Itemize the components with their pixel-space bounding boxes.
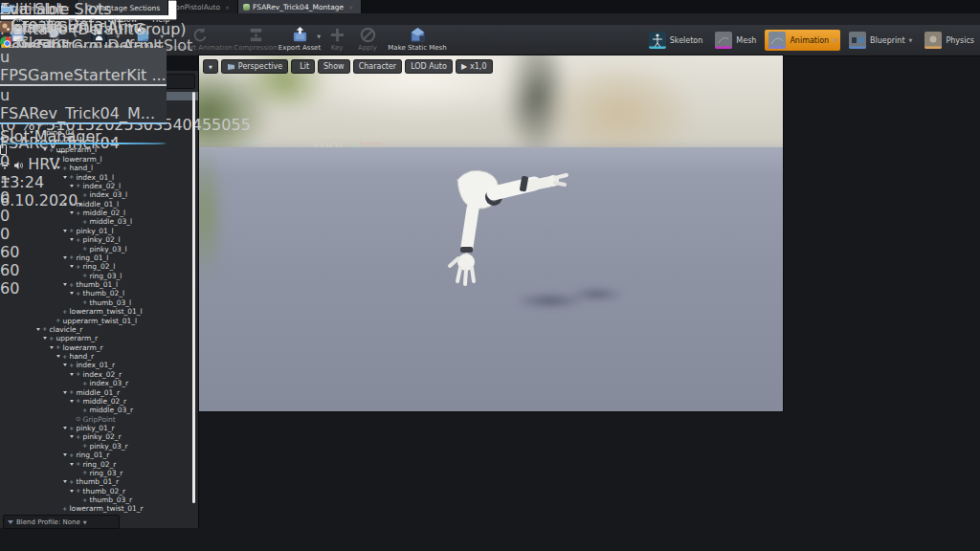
editor-mode-switcher: SkeletonMeshAnimation▼Blueprint▼Physics bbox=[645, 25, 978, 55]
bone-label: upperarm_r bbox=[56, 334, 98, 342]
bone-icon: + bbox=[62, 505, 67, 513]
taskbar-clock[interactable]: 13:24 6.10.2020. bbox=[0, 173, 167, 209]
expander-icon[interactable] bbox=[70, 435, 74, 438]
expander-icon[interactable] bbox=[63, 453, 67, 456]
bone-label: thumb_03_r bbox=[89, 496, 132, 504]
mode-button-animation[interactable]: Animation▼ bbox=[765, 30, 840, 51]
tree-row-middle-01-r[interactable]: +middle_01_r bbox=[0, 387, 198, 396]
tree-scrollbar[interactable] bbox=[192, 92, 195, 503]
preview-viewport[interactable]: root z x y ▼ Perspective Lit Show Charac… bbox=[199, 55, 783, 411]
unreal-logo-icon: u bbox=[0, 48, 167, 66]
tree-row-thumb-03-l[interactable]: +thumb_03_l bbox=[0, 298, 198, 307]
total-length-field[interactable]: 60 bbox=[0, 279, 251, 298]
tree-row-clavicle-r[interactable]: +clavicle_r bbox=[0, 325, 198, 334]
mode-button-skeleton[interactable]: Skeleton bbox=[645, 30, 707, 51]
tree-row-thumb-01-r[interactable]: +thumb_01_r bbox=[0, 477, 198, 486]
toolbar-button-apply[interactable]: Apply bbox=[352, 25, 383, 55]
tree-row-upperarm-r[interactable]: +upperarm_r bbox=[0, 334, 198, 342]
system-tray: ▲ HRV 13:24 6.10.2020. bbox=[0, 124, 167, 209]
expander-icon[interactable] bbox=[63, 427, 67, 430]
toolbar-button-make-static-mesh[interactable]: Make Static Mesh bbox=[383, 25, 452, 55]
expander-icon[interactable] bbox=[36, 328, 40, 331]
tree-row-ring-02-r[interactable]: +ring_02_r bbox=[0, 459, 198, 468]
expander-icon[interactable] bbox=[43, 337, 47, 340]
bone-label: index_03_r bbox=[89, 379, 128, 387]
bone-label: pinky_03_r bbox=[89, 442, 127, 451]
expander-icon[interactable] bbox=[70, 373, 74, 376]
taskbar-app-label: FSARev_Trick04_M... bbox=[0, 104, 155, 122]
tree-row-pinky-02-r[interactable]: +pinky_02_r bbox=[0, 432, 198, 441]
file-explorer-button[interactable] bbox=[0, 0, 167, 18]
volume-tray-icon[interactable] bbox=[14, 162, 23, 169]
toolbar-button-export-asset[interactable]: ▼Export Asset bbox=[278, 25, 322, 55]
expander-icon[interactable] bbox=[70, 400, 74, 403]
socket-icon: ⊙ bbox=[76, 415, 80, 423]
mode-button-physics[interactable]: Physics bbox=[921, 30, 978, 51]
blend-profile-icon bbox=[8, 520, 13, 524]
playback-end-field[interactable]: 60 bbox=[0, 261, 251, 279]
physics-mode-icon bbox=[924, 32, 942, 49]
lit-mode-button[interactable]: Lit bbox=[291, 59, 315, 74]
character-label: Character bbox=[359, 62, 397, 71]
tree-row-lowerarm-r[interactable]: +lowerarm_r bbox=[0, 343, 198, 352]
tree-row-index-02-r[interactable]: +index_02_r bbox=[0, 370, 198, 379]
steam-tray-icon[interactable] bbox=[0, 143, 167, 144]
taskbar-app-fpsgamestarterkit[interactable]: u FPSGameStarterKit ... bbox=[0, 48, 167, 86]
bone-icon: + bbox=[82, 496, 87, 504]
tree-row-middle-02-r[interactable]: +middle_02_r bbox=[0, 397, 198, 406]
expander-icon[interactable] bbox=[70, 490, 74, 493]
current-time-field[interactable]: 0 bbox=[0, 225, 251, 243]
tree-row-pinky-01-r[interactable]: +pinky_01_r bbox=[0, 424, 198, 432]
tree-row-upperarm-twist-01-l[interactable]: +upperarm_twist_01_l bbox=[0, 316, 198, 324]
close-icon[interactable]: × bbox=[348, 4, 353, 11]
app-button[interactable] bbox=[0, 18, 167, 36]
skeleton-mode-icon bbox=[649, 32, 666, 49]
chrome-button[interactable] bbox=[0, 36, 167, 48]
lod-auto-button[interactable]: LOD Auto bbox=[405, 59, 453, 74]
tree-row-ring-03-r[interactable]: +ring_03_r bbox=[0, 469, 198, 477]
hidden-icons-chevron[interactable]: ▲ bbox=[0, 133, 5, 140]
mode-button-mesh[interactable]: Mesh bbox=[711, 30, 760, 51]
bone-label: thumb_03_l bbox=[89, 298, 131, 307]
view-range-end-field[interactable]: 60 bbox=[0, 243, 251, 261]
taskbar-app-fsarev-trick04[interactable]: u FSARev_Trick04_M... bbox=[0, 86, 167, 124]
toolbar-button-key[interactable]: Key bbox=[322, 25, 352, 55]
bone-icon: + bbox=[69, 452, 74, 459]
bone-label: clavicle_r bbox=[49, 325, 82, 334]
tree-row-thumb-03-r[interactable]: +thumb_03_r bbox=[0, 496, 198, 504]
expander-icon[interactable] bbox=[63, 364, 67, 366]
character-menu-button[interactable]: Character bbox=[353, 59, 403, 74]
mode-button-blueprint[interactable]: Blueprint▼ bbox=[845, 30, 916, 51]
tree-row-lowerarm-twist-01-l[interactable]: +lowerarm_twist_01_l bbox=[0, 307, 198, 316]
show-menu-button[interactable]: Show bbox=[318, 59, 350, 74]
expander-icon[interactable] bbox=[70, 463, 74, 466]
expander-icon[interactable] bbox=[63, 480, 67, 483]
blend-profile-button[interactable]: Blend Profile: None ▼ bbox=[3, 515, 120, 529]
tree-row-index-03-r[interactable]: +index_03_r bbox=[0, 379, 198, 387]
tree-row-hand-r[interactable]: +hand_r bbox=[0, 352, 198, 361]
expander-icon[interactable] bbox=[63, 391, 67, 394]
lit-label: Lit bbox=[300, 62, 309, 71]
lod-label: LOD Auto bbox=[411, 62, 447, 71]
tree-row-pinky-03-r[interactable]: +pinky_03_r bbox=[0, 442, 198, 451]
tree-row-middle-03-r[interactable]: +middle_03_r bbox=[0, 406, 198, 414]
tree-row-lowerarm-twist-01-r[interactable]: +lowerarm_twist_01_r bbox=[0, 504, 198, 513]
network-tray-icon[interactable] bbox=[0, 162, 10, 169]
tree-row-index-01-r[interactable]: +index_01_r bbox=[0, 361, 198, 369]
dropdown-caret-icon[interactable]: ▼ bbox=[317, 33, 321, 39]
tree-row-ring-01-r[interactable]: +ring_01_r bbox=[0, 451, 198, 459]
expander-icon[interactable] bbox=[56, 355, 60, 358]
bone-icon: + bbox=[56, 343, 60, 351]
playback-speed-button[interactable]: ▶ x1,0 bbox=[456, 59, 493, 74]
toolbar-button-label: Make Static Mesh bbox=[388, 44, 446, 53]
chrome-icon bbox=[0, 36, 11, 48]
tree-row-thumb-02-r[interactable]: +thumb_02_r bbox=[0, 487, 198, 496]
tab-fsarev-trick04-montage[interactable]: FSARev_Trick04_Montage × bbox=[238, 0, 362, 13]
chevron-down-icon[interactable]: ▼ bbox=[833, 37, 836, 43]
chevron-down-icon[interactable]: ▼ bbox=[909, 37, 913, 43]
phone-tray-icon[interactable] bbox=[0, 144, 7, 155]
tree-row-grippoint[interactable]: ⊙GripPoint bbox=[0, 415, 198, 424]
language-indicator[interactable]: HRV bbox=[28, 155, 59, 173]
expander-icon[interactable] bbox=[50, 346, 54, 349]
bone-icon: + bbox=[69, 425, 74, 432]
